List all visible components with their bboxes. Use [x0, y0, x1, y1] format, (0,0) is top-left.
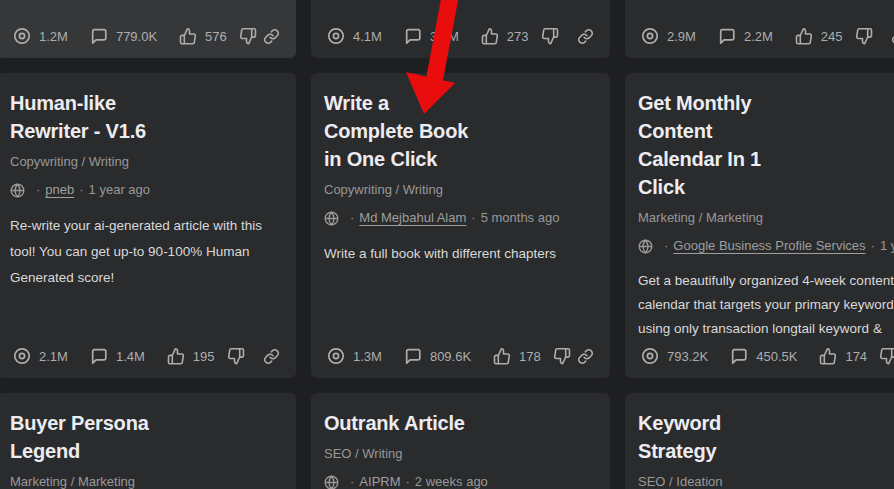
prompt-card-partial-1[interactable]: 1.2M 779.0K 576 — [0, 0, 296, 58]
views-count: 1.3M — [353, 349, 382, 364]
thumbs-down-button[interactable] — [541, 27, 559, 45]
card-stats: 4.1M 3.4M 273 — [327, 27, 594, 45]
copy-link-button[interactable] — [263, 348, 280, 365]
prompt-description: Write a full book with different chapter… — [324, 241, 597, 267]
eye-icon — [13, 347, 31, 365]
thumbs-down-button[interactable] — [879, 347, 894, 365]
thumbs-down-icon — [879, 347, 894, 365]
likes-stat[interactable]: 245 — [795, 27, 843, 45]
prompt-meta: · Google Business Profile Services · 1 y… — [638, 238, 894, 254]
prompt-age: 5 months ago — [481, 210, 560, 226]
prompt-card-keyword-strategy[interactable]: Keyword Strategy SEO / Ideation — [625, 393, 894, 489]
thumbs-down-button[interactable] — [855, 27, 873, 45]
copy-link-button[interactable] — [263, 28, 280, 45]
prompt-title: Outrank Article — [324, 409, 597, 437]
prompt-card-partial-3[interactable]: 2.9M 2.2M 245 — [625, 0, 894, 58]
views-stat: 2.1M — [13, 347, 68, 365]
views-stat: 1.2M — [13, 27, 68, 45]
comments-stat: 3.4M — [404, 27, 459, 45]
prompt-title: Keyword Strategy — [638, 409, 894, 465]
views-count: 2.9M — [667, 29, 696, 44]
comments-stat: 450.5K — [730, 347, 797, 365]
globe-icon — [324, 211, 339, 226]
likes-count: 245 — [821, 29, 843, 44]
thumbs-up-icon[interactable] — [167, 347, 185, 365]
eye-icon — [327, 347, 345, 365]
card-stats: 793.2K 450.5K 174 — [641, 347, 894, 365]
prompt-card-buyer-persona-legend[interactable]: Buyer Persona Legend Marketing / Marketi… — [0, 393, 296, 489]
author-link[interactable]: pneb — [45, 182, 74, 198]
author-label: AIPRM — [359, 474, 400, 489]
comment-icon — [404, 27, 422, 45]
link-icon — [263, 28, 280, 45]
thumbs-down-button[interactable] — [239, 27, 257, 45]
prompt-category: Marketing / Marketing — [638, 210, 894, 226]
prompt-card-outrank-article[interactable]: Outrank Article SEO / Writing · AIPRM · … — [311, 393, 610, 489]
thumbs-up-icon[interactable] — [481, 27, 499, 45]
views-stat: 4.1M — [327, 27, 382, 45]
thumbs-up-icon[interactable] — [493, 347, 511, 365]
likes-count: 273 — [507, 29, 529, 44]
meta-separator: · — [36, 182, 40, 198]
views-count: 4.1M — [353, 29, 382, 44]
card-stats: 2.9M 2.2M 245 — [641, 27, 894, 45]
prompt-card-monthly-content-calendar[interactable]: Get Monthly Content Calendar In 1 Click … — [625, 73, 894, 378]
prompt-category: SEO / Writing — [324, 446, 597, 462]
eye-icon — [327, 27, 345, 45]
thumbs-down-button[interactable] — [553, 347, 571, 365]
author-link[interactable]: Md Mejbahul Alam — [359, 210, 466, 226]
prompt-title: Write a Complete Book in One Click — [324, 89, 597, 173]
link-icon — [577, 28, 594, 45]
prompt-description: Re-write your ai-generated article with … — [10, 213, 283, 291]
prompt-age: 2 weeks ago — [415, 474, 488, 489]
copy-link-button[interactable] — [577, 348, 594, 365]
likes-stat[interactable]: 195 — [167, 347, 215, 365]
likes-count: 195 — [193, 349, 215, 364]
prompt-card-write-complete-book[interactable]: Write a Complete Book in One Click Copyw… — [311, 73, 610, 378]
comment-icon — [718, 27, 736, 45]
card-stats: 1.3M 809.6K 178 — [327, 347, 594, 365]
views-stat: 1.3M — [327, 347, 382, 365]
eye-icon — [641, 27, 659, 45]
views-count: 1.2M — [39, 29, 68, 44]
thumbs-up-icon[interactable] — [179, 27, 197, 45]
globe-icon — [10, 183, 25, 198]
prompt-meta: · pneb · 1 year ago — [10, 182, 283, 198]
likes-stat[interactable]: 174 — [819, 347, 867, 365]
comments-count: 779.0K — [116, 29, 157, 44]
likes-count: 576 — [205, 29, 227, 44]
likes-stat[interactable]: 178 — [493, 347, 541, 365]
comments-count: 809.6K — [430, 349, 471, 364]
views-count: 793.2K — [667, 349, 708, 364]
thumbs-up-icon[interactable] — [819, 347, 837, 365]
meta-separator: · — [664, 238, 668, 254]
author-link[interactable]: Google Business Profile Services — [673, 238, 865, 254]
meta-separator: · — [871, 238, 875, 254]
likes-count: 178 — [519, 349, 541, 364]
prompt-card-human-like-rewriter[interactable]: Human-like Rewriter - V1.6 Copywriting /… — [0, 73, 296, 378]
link-icon — [577, 348, 594, 365]
meta-separator: · — [406, 474, 410, 489]
comments-count: 2.2M — [744, 29, 773, 44]
card-stats: 1.2M 779.0K 576 — [13, 27, 280, 45]
prompt-title: Human-like Rewriter - V1.6 — [10, 89, 283, 145]
thumbs-up-icon[interactable] — [795, 27, 813, 45]
likes-stat[interactable]: 576 — [179, 27, 227, 45]
comments-stat: 809.6K — [404, 347, 471, 365]
eye-icon — [641, 347, 659, 365]
meta-separator: · — [79, 182, 83, 198]
comments-stat: 1.4M — [90, 347, 145, 365]
globe-icon — [324, 475, 339, 489]
prompt-card-partial-2[interactable]: 4.1M 3.4M 273 — [311, 0, 610, 58]
copy-link-button[interactable] — [577, 28, 594, 45]
thumbs-down-button[interactable] — [227, 347, 245, 365]
prompt-meta: · AIPRM · 2 weeks ago — [324, 474, 597, 489]
thumbs-down-icon — [553, 347, 571, 365]
thumbs-down-icon — [541, 27, 559, 45]
card-stats: 2.1M 1.4M 195 — [13, 347, 280, 365]
views-stat: 2.9M — [641, 27, 696, 45]
prompt-category: Marketing / Marketing — [10, 474, 283, 489]
likes-stat[interactable]: 273 — [481, 27, 529, 45]
meta-separator: · — [471, 210, 475, 226]
prompt-category: SEO / Ideation — [638, 474, 894, 489]
